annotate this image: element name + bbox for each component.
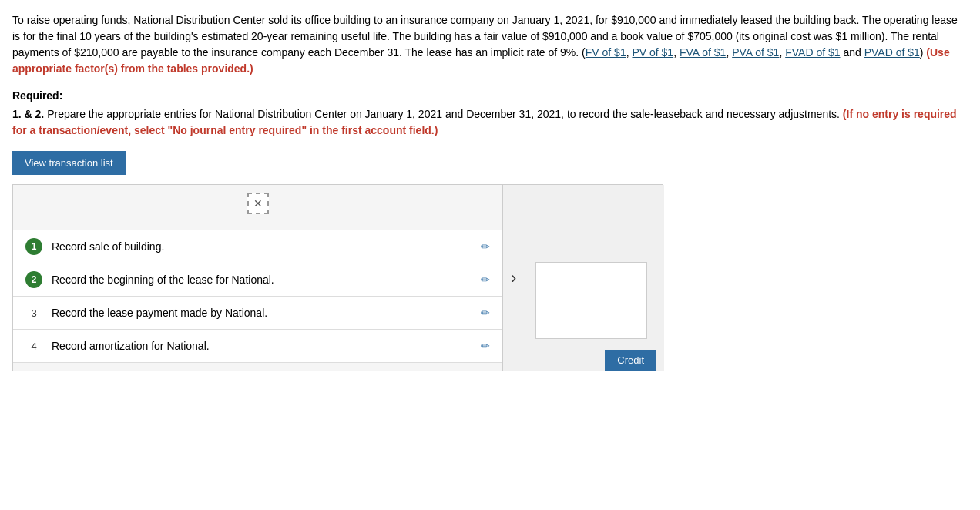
transaction-label: Record sale of building. xyxy=(52,240,475,253)
transaction-row: 4Record amortization for National.✏ xyxy=(13,329,502,363)
transaction-row: 2Record the beginning of the lease for N… xyxy=(13,263,502,296)
pvad-link[interactable]: PVAD of $1 xyxy=(864,46,920,59)
right-content-box xyxy=(535,262,647,339)
close-btn-row: ✕ xyxy=(13,193,502,214)
view-transaction-button[interactable]: View transaction list xyxy=(12,151,126,175)
transaction-label: Record the beginning of the lease for Na… xyxy=(52,273,475,286)
close-button[interactable]: ✕ xyxy=(247,193,269,214)
transaction-number-badge: 1 xyxy=(25,238,42,255)
close-icon: ✕ xyxy=(253,197,263,210)
right-panel: › Credit xyxy=(502,185,664,371)
transaction-row: 3Record the lease payment made by Nation… xyxy=(13,296,502,329)
transaction-label: Record amortization for National. xyxy=(52,340,475,352)
pv-link[interactable]: PV of $1 xyxy=(632,46,673,59)
edit-icon[interactable]: ✏ xyxy=(481,240,490,253)
pva-link[interactable]: PVA of $1 xyxy=(732,46,779,59)
transaction-number-badge: 2 xyxy=(25,271,42,288)
required-title: Required: xyxy=(12,89,968,102)
transaction-row: 1Record sale of building.✏ xyxy=(13,230,502,263)
edit-icon[interactable]: ✏ xyxy=(481,307,490,319)
fv-link[interactable]: FV of $1 xyxy=(586,46,626,59)
transaction-label: Record the lease payment made by Nationa… xyxy=(52,307,475,319)
transaction-area: ✕ 1Record sale of building.✏2Record the … xyxy=(12,184,663,371)
credit-btn-row: Credit xyxy=(503,350,664,371)
credit-button[interactable]: Credit xyxy=(605,350,656,371)
edit-icon[interactable]: ✏ xyxy=(481,273,490,286)
transaction-number: 4 xyxy=(25,337,42,354)
edit-icon[interactable]: ✏ xyxy=(481,340,490,352)
transaction-list: 1Record sale of building.✏2Record the be… xyxy=(13,230,502,363)
transaction-number: 3 xyxy=(25,304,42,321)
required-section: Required: 1. & 2. Prepare the appropriat… xyxy=(12,89,968,139)
intro-paragraph: To raise operating funds, National Distr… xyxy=(12,12,968,77)
chevron-right-icon[interactable]: › xyxy=(511,268,516,288)
fva-link[interactable]: FVA of $1 xyxy=(680,46,726,59)
required-body: 1. & 2. Prepare the appropriate entries … xyxy=(12,106,968,139)
required-number: 1. & 2. xyxy=(12,108,44,120)
fvad-link[interactable]: FVAD of $1 xyxy=(785,46,840,59)
required-instruction: Prepare the appropriate entries for Nati… xyxy=(47,108,840,120)
left-panel: ✕ 1Record sale of building.✏2Record the … xyxy=(13,185,502,371)
